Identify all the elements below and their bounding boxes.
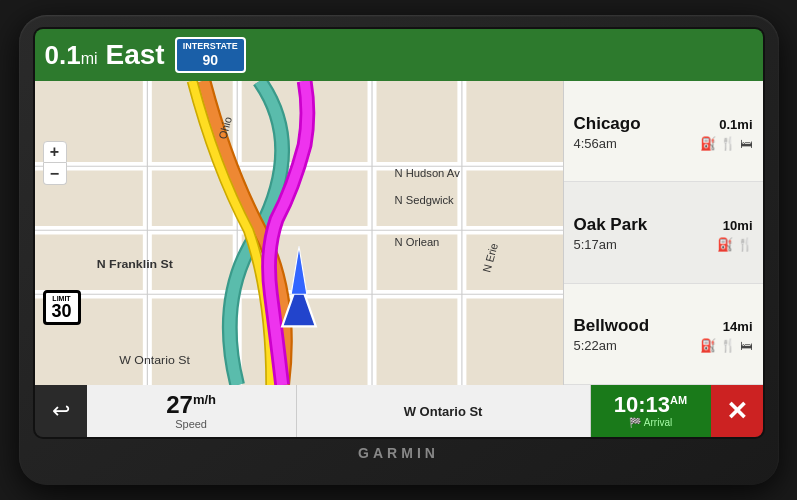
arrival-time-value: 10:13 <box>614 392 670 417</box>
close-button[interactable]: ✕ <box>711 385 763 437</box>
svg-text:N Franklin St: N Franklin St <box>96 257 172 271</box>
flag-icon: 🏁 <box>629 417 641 428</box>
distance-display: 0.1mi <box>45 42 98 68</box>
arrival-time: 10:13AM <box>614 394 687 416</box>
main-content: ↖ ↖ ↖ ↗ <box>35 81 763 385</box>
dest-name-bellwood: Bellwood <box>574 316 650 336</box>
zoom-controls: + − <box>43 141 67 185</box>
current-street: W Ontario St <box>297 385 591 437</box>
destination-item-oakpark[interactable]: Oak Park 10mi 5:17am ⛽ 🍴 <box>564 182 763 283</box>
right-panel: Chicago 0.1mi 4:56am ⛽ 🍴 🛏 <box>563 81 763 385</box>
highway-badge: INTERSTATE 90 <box>175 37 246 73</box>
dest-dist-chicago: 0.1mi <box>719 117 752 132</box>
food-icon-chicago: 🍴 <box>720 136 736 151</box>
device: 0.1mi East INTERSTATE 90 ↖ ↖ ↖ ↗ <box>19 15 779 485</box>
arrival-label: 🏁 Arrival <box>629 417 672 428</box>
distance-value: 0.1 <box>45 40 81 70</box>
fuel-icon-bellwood: ⛽ <box>700 338 716 353</box>
destination-item-bellwood[interactable]: Bellwood 14mi 5:22am ⛽ 🍴 🛏 <box>564 284 763 385</box>
speed-limit-sign: LIMIT 30 <box>43 290 81 325</box>
dest-name-oakpark: Oak Park <box>574 215 648 235</box>
speed-value: 27m/h <box>166 393 216 417</box>
svg-text:W Ontario St: W Ontario St <box>119 353 190 367</box>
back-arrow-icon: ↩ <box>52 398 70 424</box>
screen-bezel: 0.1mi East INTERSTATE 90 ↖ ↖ ↖ ↗ <box>33 27 765 439</box>
dest-dist-oakpark: 10mi <box>723 218 753 233</box>
highway-number: 90 <box>203 52 219 69</box>
destination-item-chicago[interactable]: Chicago 0.1mi 4:56am ⛽ 🍴 🛏 <box>564 81 763 182</box>
arrival-label-text: Arrival <box>644 417 672 428</box>
svg-text:N Sedgwick: N Sedgwick <box>394 194 454 206</box>
close-icon: ✕ <box>726 396 748 427</box>
back-button[interactable]: ↩ <box>35 385 87 437</box>
map-svg: N Franklin St N Hudson Av N Sedgwick N O… <box>35 81 563 385</box>
svg-text:N Hudson Av: N Hudson Av <box>394 167 460 179</box>
bottom-bar: ↩ 27m/h Speed W Ontario St 10:13AM 🏁 Arr… <box>35 385 763 437</box>
dest-time-chicago: 4:56am <box>574 136 617 151</box>
fuel-icon-oakpark: ⛽ <box>717 237 733 252</box>
dest-time-bellwood: 5:22am <box>574 338 617 353</box>
map-area: ↖ ↖ ↖ ↗ <box>35 81 563 385</box>
direction-text: East <box>106 39 165 71</box>
zoom-out-button[interactable]: − <box>43 163 67 185</box>
speed-unit: m/h <box>193 392 216 407</box>
fuel-icon-chicago: ⛽ <box>700 136 716 151</box>
arrival-display: 10:13AM 🏁 Arrival <box>591 385 711 437</box>
speed-label: Speed <box>175 418 207 430</box>
svg-text:N Orlean: N Orlean <box>394 237 439 249</box>
distance-unit: mi <box>81 50 98 67</box>
brand-bar: GARMIN <box>358 439 439 467</box>
speed-limit-value: 30 <box>46 302 78 320</box>
dest-name-chicago: Chicago <box>574 114 641 134</box>
food-icon-bellwood: 🍴 <box>720 338 736 353</box>
speed-display: 27m/h Speed <box>87 385 297 437</box>
food-icon-oakpark: 🍴 <box>737 237 753 252</box>
top-bar: 0.1mi East INTERSTATE 90 <box>35 29 763 81</box>
dest-icons-bellwood: ⛽ 🍴 🛏 <box>700 338 753 353</box>
dest-icons-chicago: ⛽ 🍴 🛏 <box>700 136 753 151</box>
dest-time-oakpark: 5:17am <box>574 237 617 252</box>
dest-icons-oakpark: ⛽ 🍴 <box>717 237 753 252</box>
dest-dist-bellwood: 14mi <box>723 319 753 334</box>
screen: 0.1mi East INTERSTATE 90 ↖ ↖ ↖ ↗ <box>35 29 763 437</box>
brand-name: GARMIN <box>358 445 439 461</box>
zoom-in-button[interactable]: + <box>43 141 67 163</box>
hotel-icon-chicago: 🛏 <box>740 136 753 151</box>
arrival-ampm: AM <box>670 394 687 406</box>
hotel-icon-bellwood: 🛏 <box>740 338 753 353</box>
speed-number: 27 <box>166 391 193 418</box>
